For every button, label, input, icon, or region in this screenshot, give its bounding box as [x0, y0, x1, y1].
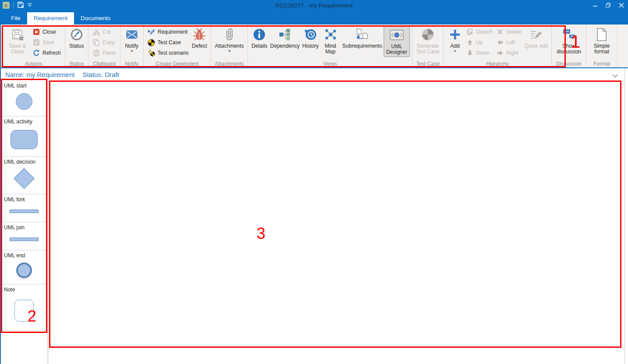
palette-item-uml-join[interactable]: UML join [0, 222, 48, 250]
create-requirement-button[interactable]: Requirement [146, 27, 191, 37]
up-button[interactable]: Up [464, 37, 494, 48]
quick-edit-button[interactable]: Quick edit [523, 26, 549, 50]
quick-access-toolbar: c [0, 1, 32, 10]
mind-map-button[interactable]: Mind Map [320, 26, 341, 56]
close-button[interactable]: Close [31, 27, 63, 37]
status-button[interactable]: Status [67, 26, 86, 50]
notify-button[interactable]: Notify [123, 26, 141, 53]
uml-canvas[interactable] [48, 80, 628, 364]
palette-item-note[interactable]: Note [0, 284, 48, 331]
paste-label: Paste [102, 50, 116, 56]
details-label: Details [251, 43, 268, 49]
history-label: History [302, 43, 318, 49]
delete-icon [496, 29, 504, 35]
cut-label: Cut [102, 29, 111, 35]
create-test-scenario-label: Test scenario [158, 50, 189, 56]
qat-save-icon[interactable] [17, 1, 24, 10]
ribbon-tabs: File Requirement Documents [0, 10, 628, 24]
delete-button[interactable]: Delete [494, 27, 523, 37]
palette-label: UML decision [4, 159, 48, 165]
left-label: Left [506, 39, 515, 46]
requirement-name-text: Name: my Requirement [5, 71, 74, 78]
note-shape[interactable] [14, 300, 34, 322]
minimize-icon[interactable] [589, 0, 602, 10]
create-defect-button[interactable]: Defect [190, 26, 208, 50]
ribbon-group-hierarchy: Add Detach Up Down Delete [444, 24, 552, 67]
right-icon [497, 49, 503, 57]
save-button[interactable]: Save [31, 37, 63, 48]
uml-join-shape[interactable] [10, 238, 39, 241]
show-discussion-button[interactable]: Show discussion [554, 26, 584, 56]
collapse-icon[interactable] [612, 72, 618, 79]
copy-button[interactable]: Copy [91, 37, 118, 48]
show-discussion-label: Show discussion [555, 43, 582, 55]
details-button[interactable]: Details [250, 26, 269, 50]
uml-designer-label: UML Designer [385, 44, 408, 56]
hierarchy-column-2: Delete Left Right [494, 26, 523, 58]
save-icon [32, 39, 40, 46]
dependency-button[interactable]: Dependency [269, 26, 301, 50]
close-label: Close [42, 29, 56, 35]
left-button[interactable]: Left [494, 37, 523, 48]
refresh-button[interactable]: Refresh [31, 48, 63, 58]
right-button[interactable]: Right [494, 48, 523, 58]
create-test-scenario-button[interactable]: Test scenario [146, 48, 191, 58]
generate-test-case-button[interactable]: Generate Test Case [415, 26, 441, 56]
group-label-format: Format [586, 61, 617, 67]
generate-test-case-icon [421, 27, 434, 42]
requirement-icon [148, 28, 155, 35]
restore-icon[interactable] [602, 0, 615, 10]
create-requirement-label: Requirement [158, 29, 188, 35]
palette-item-uml-start[interactable]: UML start [0, 80, 48, 116]
ribbon-group-notify: Notify Notify [120, 24, 144, 67]
group-label-hierarchy: Hierarchy [444, 61, 551, 67]
uml-start-shape[interactable] [16, 93, 32, 110]
uml-activity-shape[interactable] [11, 130, 38, 149]
down-label: Down [476, 50, 490, 56]
copy-icon [92, 39, 100, 46]
tab-documents[interactable]: Documents [74, 12, 117, 24]
paste-button[interactable]: Paste [91, 48, 118, 58]
cut-icon [92, 28, 100, 35]
tab-requirement[interactable]: Requirement [27, 12, 74, 24]
titlebar: c RQ128077 - my Requirement [0, 0, 628, 10]
palette-item-uml-decision[interactable]: UML decision [0, 157, 48, 194]
palette-label: UML activity [4, 119, 48, 125]
window-right-border [624, 68, 625, 364]
main-area: UML start UML activity UML decision UML … [0, 80, 628, 364]
simple-format-button[interactable]: Simple format [589, 26, 615, 56]
uml-shape-palette: UML start UML activity UML decision UML … [0, 80, 48, 364]
close-window-icon[interactable] [615, 0, 628, 10]
dependency-icon [279, 27, 292, 42]
palette-item-uml-end[interactable]: UML end [0, 250, 48, 284]
cut-button[interactable]: Cut [91, 27, 118, 37]
add-label: Add [450, 43, 459, 49]
refresh-icon [32, 49, 40, 56]
qat-expand-icon[interactable] [28, 2, 32, 8]
history-button[interactable]: History [301, 26, 320, 50]
palette-item-uml-activity[interactable]: UML activity [0, 116, 48, 157]
uml-end-shape[interactable] [16, 262, 32, 278]
attachments-button[interactable]: Attachments [213, 26, 245, 53]
detach-button[interactable]: Detach [464, 27, 494, 37]
app-icon[interactable]: c [3, 2, 10, 9]
down-button[interactable]: Down [464, 48, 494, 58]
create-test-case-button[interactable]: Test Case [146, 37, 191, 48]
add-icon [449, 27, 461, 42]
palette-label: UML join [4, 224, 48, 231]
uml-designer-button[interactable]: UML Designer [384, 26, 410, 57]
palette-label: UML fork [4, 196, 48, 203]
infobar: Name: my Requirement Status: Draft [0, 68, 628, 80]
add-button[interactable]: Add [446, 26, 464, 53]
palette-item-uml-fork[interactable]: UML fork [0, 194, 48, 222]
requirement-status-text: Status: Draft [82, 71, 119, 78]
save-and-close-button[interactable]: Save & Close [4, 26, 31, 56]
subrequirements-button[interactable]: Subrequirements [341, 26, 384, 50]
group-label-clipboard: Clipboard [88, 61, 120, 67]
window-controls [589, 0, 628, 10]
tab-file[interactable]: File [4, 12, 27, 24]
uml-decision-shape[interactable] [13, 168, 34, 189]
uml-fork-shape[interactable] [10, 210, 39, 213]
quick-edit-icon [529, 27, 543, 42]
actions-small-column: Close Save Refresh [31, 26, 63, 58]
